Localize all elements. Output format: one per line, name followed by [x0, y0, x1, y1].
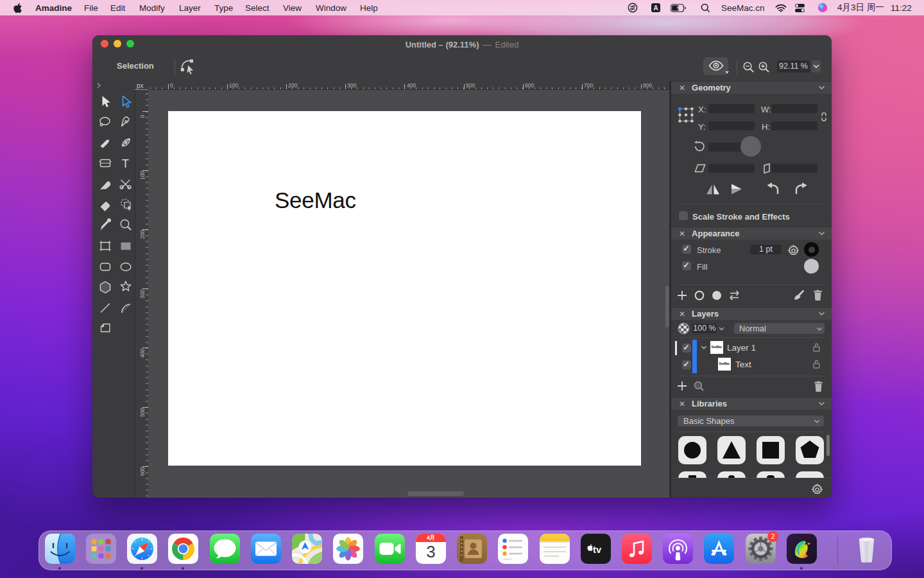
svg-text:tv: tv: [593, 545, 601, 555]
svg-text:T: T: [122, 157, 129, 170]
